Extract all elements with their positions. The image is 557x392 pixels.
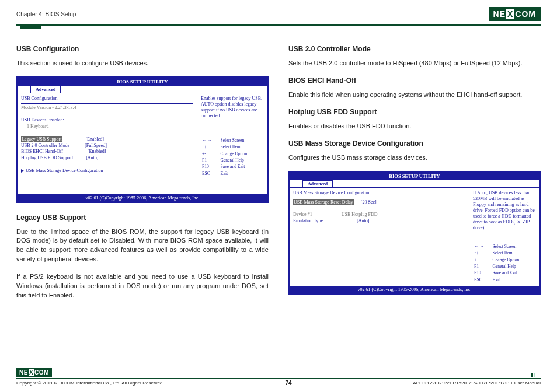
bios-section-label-2: USB Mass Storage Device Configuration <box>293 190 465 197</box>
bios-opt-reset-delay: USB Mass Storage Reset Delay <box>293 200 354 205</box>
footer-logo: NEXCOM <box>16 368 52 377</box>
header-rule <box>16 24 541 26</box>
footer-marks-icon <box>531 373 541 377</box>
bios-tab-advanced-2: Advanced <box>302 180 333 187</box>
page-number: 74 <box>285 380 291 386</box>
bios-emulation-label: Emulation Type <box>293 218 323 223</box>
footer-copyright: Copyright © 2011 NEXCOM International Co… <box>16 380 164 386</box>
usb-config-desc: This section is used to configure USB de… <box>16 59 269 68</box>
bios-val-usb20-mode: [FullSpeed] <box>85 143 107 148</box>
bios-section-label: USB Configuration <box>21 96 193 102</box>
usb20-desc: Sets the USB 2.0 controller mode to HiSp… <box>288 59 541 68</box>
bios-opt-hotplug: Hotplug USB FDD Support <box>21 155 73 160</box>
bios-val-ehci: [Enabled] <box>88 149 106 154</box>
bios-device-label: Device #1 <box>293 212 312 217</box>
bios-opt-usb20-mode: USB 2.0 Controller Mode <box>21 143 69 148</box>
ehci-heading: BIOS EHCI Hand-Off <box>288 76 541 85</box>
bios-emulation-val: [Auto] <box>357 218 369 223</box>
bios-screenshot-mass-storage: BIOS SETUP UTILITY Advanced USB Mass Sto… <box>288 171 541 295</box>
bios-title-2: BIOS SETUP UTILITY <box>290 172 539 180</box>
mass-storage-heading: USB Mass Storage Device Configuration <box>288 139 541 148</box>
bios-footer: v02.61 (C)Copyright 1985-2006, American … <box>18 194 267 202</box>
bios-devices-enabled-label: USB Devices Enabled: <box>21 117 193 124</box>
nexcom-logo: NE COMNEXCOM <box>489 7 541 21</box>
bios-nav-keys: ← →Select Screen ↑↓Select Item +-Change … <box>201 136 264 177</box>
bios-footer-2: v02.61 (C)Copyright 1985-2006, American … <box>290 286 539 293</box>
hotplug-heading: Hotplug USB FDD Support <box>288 108 541 116</box>
bios-opt-legacy-usb: Legacy USB Support <box>21 136 62 142</box>
bios-submenu-mass-storage: USB Mass Storage Device Configuration <box>26 168 103 173</box>
bios-device-val: USB Hotplug FDD <box>342 212 378 217</box>
bios-help-text-2: If Auto, USB devices less than 530MB wil… <box>473 190 536 231</box>
legacy-usb-heading: Legacy USB Support <box>16 214 269 222</box>
bios-module-version: Module Version - 2.24.3-13.4 <box>21 105 193 111</box>
submenu-arrow-icon <box>21 169 24 173</box>
legacy-usb-p2: If a PS/2 keyboard is not available and … <box>16 272 269 300</box>
chapter-title: Chapter 4: BIOS Setup <box>16 11 76 18</box>
usb-config-heading: USB Configuration <box>16 45 269 53</box>
logo-x-icon: X <box>506 9 514 19</box>
mass-storage-desc: Configures the USB mass storage class de… <box>288 153 541 163</box>
legacy-usb-p1: Due to the limited space of the BIOS ROM… <box>16 228 269 265</box>
bios-nav-keys-2: ← →Select Screen ↑↓Select Item +-Change … <box>473 243 536 284</box>
hotplug-desc: Enables or disables the USB FDD function… <box>288 122 541 131</box>
bios-screenshot-usb-config: BIOS SETUP UTILITY Advanced USB Configur… <box>16 76 269 203</box>
bios-val-reset-delay: [20 Sec] <box>361 200 377 205</box>
bios-help-text: Enables support for legacy USB. AUTO opt… <box>201 96 264 119</box>
usb20-heading: USB 2.0 Controller Mode <box>288 45 541 53</box>
bios-title: BIOS SETUP UTILITY <box>18 78 267 86</box>
footer-manual-name: APPC 1220T/1221T/1520T/1521T/1720T/1721T… <box>413 380 541 386</box>
bios-tab-advanced: Advanced <box>30 86 61 93</box>
footer-rule <box>16 378 541 379</box>
bios-devices-value: 1 Keyboard <box>21 124 193 130</box>
header-accent <box>20 25 41 29</box>
bios-val-hotplug: [Auto] <box>86 155 98 160</box>
bios-val-legacy-usb: [Enabled] <box>85 136 104 142</box>
bios-opt-ehci: BIOS EHCI Hand-Off <box>21 149 63 154</box>
ehci-desc: Enable this field when using operating s… <box>288 90 541 100</box>
